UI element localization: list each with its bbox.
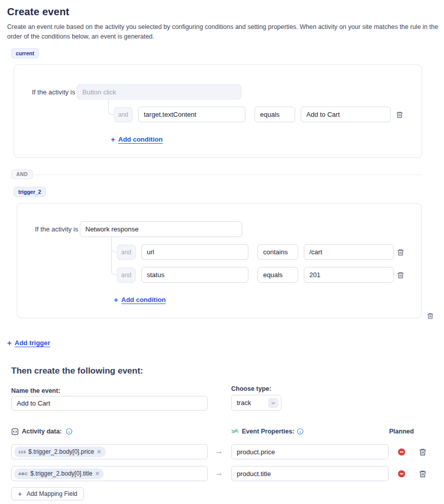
plus-icon: + — [18, 490, 22, 498]
delete-trigger-button[interactable] — [426, 311, 435, 320]
trash-icon — [427, 312, 434, 320]
info-icon[interactable] — [66, 428, 73, 435]
condition-value-input[interactable] — [301, 107, 391, 122]
mapping-source-field[interactable]: ABC $.trigger_2.body[0].title ✕ — [11, 466, 208, 481]
condition-join-chip[interactable]: and — [117, 245, 136, 260]
code-box-icon — [11, 428, 19, 435]
connector-elbow — [111, 237, 117, 275]
condition-value-input[interactable] — [304, 267, 394, 283]
event-name-label: Name the event: — [11, 387, 60, 394]
delete-mapping-button[interactable] — [418, 447, 427, 456]
close-icon[interactable]: ✕ — [97, 449, 101, 455]
mapping-source-pill: ABC $.trigger_2.body[0].title ✕ — [14, 468, 104, 479]
plus-icon: + — [7, 339, 12, 347]
activity-data-label: Activity data: — [22, 428, 62, 435]
trigger1-add-condition-button[interactable]: + Add condition — [111, 135, 163, 144]
and-divider-line — [34, 175, 422, 175]
event-type-label: Choose type: — [231, 385, 271, 392]
delete-condition-button[interactable] — [396, 271, 405, 280]
condition-field-input[interactable] — [138, 107, 245, 122]
trigger2-card — [17, 203, 422, 318]
minus-circle-icon — [397, 448, 406, 456]
mapping-source-field[interactable]: 123 $.trigger_2.body[0].price ✕ — [11, 444, 208, 459]
plus-icon: + — [111, 135, 115, 144]
type-number-icon: 123 — [18, 450, 26, 454]
trash-icon — [419, 448, 427, 456]
condition-join-chip[interactable]: and — [114, 107, 133, 122]
event-name-input[interactable] — [11, 396, 208, 411]
condition-join-chip[interactable]: and — [117, 267, 136, 283]
event-properties-green-icon — [231, 427, 239, 435]
mapping-source-pill: 123 $.trigger_2.body[0].price ✕ — [14, 447, 106, 457]
planned-toggle-button[interactable] — [397, 447, 406, 456]
trigger2-activity-input[interactable] — [80, 221, 242, 237]
trash-icon — [419, 469, 427, 478]
trash-icon — [397, 248, 404, 256]
trigger2-activity-label: If the activity is — [31, 225, 78, 233]
trigger-badge-trigger2: trigger_2 — [14, 187, 46, 197]
chevron-down-icon — [268, 398, 278, 408]
mapping-target-input[interactable] — [231, 466, 389, 481]
arrow-right-icon: → — [215, 468, 223, 478]
delete-condition-button[interactable] — [395, 110, 404, 119]
condition-operator-select[interactable]: contains — [258, 244, 298, 260]
trash-icon — [397, 271, 404, 279]
and-divider-chip: AND — [11, 170, 33, 179]
add-mapping-field-button[interactable]: + Add Mapping Field — [11, 487, 84, 500]
trigger2-add-condition-button[interactable]: + Add condition — [114, 295, 166, 304]
event-type-select[interactable]: track — [231, 395, 281, 411]
event-properties-label: Event Properties: — [242, 428, 295, 435]
info-icon[interactable] — [297, 428, 304, 435]
delete-mapping-button[interactable] — [418, 469, 427, 478]
condition-operator-select[interactable]: equals — [258, 267, 298, 283]
planned-toggle-button[interactable] — [397, 469, 406, 478]
mapping-target-input[interactable] — [231, 444, 389, 459]
add-trigger-button[interactable]: + Add trigger — [7, 339, 50, 347]
event-section-heading: Then create the following event: — [11, 366, 143, 376]
type-string-icon: ABC — [18, 472, 28, 476]
trigger1-activity-label: If the activity is — [28, 88, 75, 96]
connector-elbow — [108, 99, 114, 115]
trash-icon — [396, 111, 403, 119]
arrow-right-icon: → — [215, 447, 223, 456]
planned-label: Planned — [389, 428, 414, 435]
trigger-badge-current: current — [11, 48, 39, 58]
condition-field-input[interactable] — [141, 244, 248, 260]
page-description: Create an event rule based on the activi… — [7, 22, 439, 42]
condition-operator-select[interactable]: equals — [255, 107, 295, 122]
close-icon[interactable]: ✕ — [95, 471, 100, 477]
page-title: Create event — [7, 6, 69, 18]
condition-field-input[interactable] — [141, 267, 248, 283]
delete-condition-button[interactable] — [396, 248, 405, 257]
minus-circle-icon — [397, 469, 406, 478]
plus-icon: + — [114, 295, 118, 304]
trigger1-activity-input[interactable] — [77, 84, 241, 99]
condition-value-input[interactable] — [304, 244, 394, 260]
